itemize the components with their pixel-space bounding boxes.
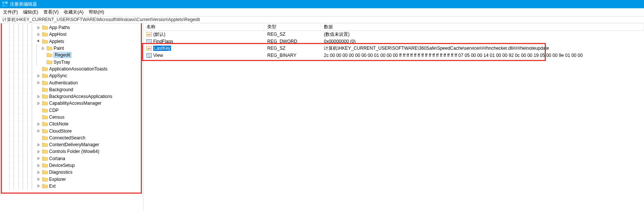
- tree-item-label: Authentication: [49, 80, 78, 86]
- menubar: 文件(F) 编辑(E) 查看(V) 收藏夹(A) 帮助(H): [0, 8, 644, 17]
- list-row[interactable]: 011110ViewREG_BINARY2c 00 00 00 00 00 00…: [143, 52, 644, 59]
- list-row[interactable]: 011110FindFlagsREG_DWORD0x00000000 (0): [143, 38, 644, 45]
- tree-item-clicknote[interactable]: ClickNote: [0, 121, 143, 127]
- expander-icon[interactable]: [36, 184, 41, 188]
- folder-icon: [42, 135, 48, 141]
- expander-icon: [36, 136, 41, 140]
- col-header-name[interactable]: 名称: [143, 24, 264, 30]
- tree-item-cloudstore[interactable]: CloudStore: [0, 127, 143, 134]
- value-type: REG_DWORD: [264, 39, 321, 44]
- titlebar[interactable]: 注册表编辑器: [0, 0, 644, 8]
- expander-icon[interactable]: [36, 156, 41, 161]
- menu-edit[interactable]: 编辑(E): [23, 9, 38, 15]
- expander-icon[interactable]: [36, 163, 41, 168]
- folder-icon: [42, 25, 48, 30]
- tree-item-label: ConnectedSearch: [49, 135, 85, 141]
- tree-item-background[interactable]: Background: [0, 86, 143, 93]
- value-data: 2c 00 00 00 00 00 00 00 01 00 00 00 ff f…: [321, 53, 644, 58]
- col-header-type[interactable]: 类型: [264, 24, 321, 30]
- tree-item-applicationassociationtoasts[interactable]: ApplicationAssociationToasts: [0, 66, 143, 72]
- svg-text:110: 110: [147, 41, 151, 44]
- expander-icon[interactable]: [36, 177, 41, 182]
- tree-item-backgroundaccessapplications[interactable]: BackgroundAccessApplications: [0, 93, 143, 100]
- svg-text:ab: ab: [148, 33, 151, 36]
- tree-item-label: Regedit: [54, 52, 71, 58]
- folder-icon: [42, 87, 48, 92]
- expander-icon[interactable]: [36, 32, 41, 37]
- tree-item-controls-folder-wow64-[interactable]: Controls Folder (Wow64): [0, 148, 143, 155]
- list-header: 名称 类型 数据: [143, 23, 644, 31]
- expander-icon: [36, 67, 41, 71]
- tree-item-label: Cortana: [49, 156, 65, 161]
- svg-rect-2: [2, 5, 5, 7]
- binary-value-icon: 011110: [146, 39, 152, 44]
- svg-text:110: 110: [147, 55, 151, 58]
- folder-icon: [42, 108, 48, 113]
- tree-item-cortana[interactable]: Cortana: [0, 155, 143, 162]
- folder-icon: [42, 39, 48, 44]
- folder-icon: [42, 128, 48, 134]
- menu-file[interactable]: 文件(F): [3, 9, 18, 15]
- tree-item-contentdeliverymanager[interactable]: ContentDeliveryManager: [0, 141, 143, 148]
- tree-item-label: Census: [49, 115, 65, 120]
- list-row[interactable]: abLastKeyREG_SZ计算机\HKEY_CURRENT_USER\SOF…: [143, 45, 644, 52]
- tree-item-app-paths[interactable]: App Paths: [0, 24, 143, 31]
- tree-item-devicesetup[interactable]: DeviceSetup: [0, 162, 143, 169]
- list-pane[interactable]: 名称 类型 数据 ab(默认)REG_SZ(数值未设置)011110FindFl…: [143, 23, 644, 211]
- tree-pane[interactable]: App PathsAppHostAppletsPaintRegeditSysTr…: [0, 23, 143, 211]
- expander-icon[interactable]: [36, 122, 41, 126]
- expander-icon: [41, 60, 45, 64]
- expander-icon[interactable]: [36, 25, 41, 30]
- expander-icon[interactable]: [36, 73, 41, 78]
- expander-icon[interactable]: [41, 46, 45, 50]
- tree-item-regedit[interactable]: Regedit: [0, 52, 143, 58]
- folder-icon: [42, 66, 48, 72]
- tree-item-cdp[interactable]: CDP: [0, 107, 143, 114]
- svg-rect-3: [5, 5, 8, 7]
- expander-icon[interactable]: [36, 101, 41, 106]
- tree-item-ext[interactable]: Ext: [0, 183, 143, 190]
- folder-icon: [42, 80, 48, 86]
- tree-item-diagnostics[interactable]: Diagnostics: [0, 169, 143, 176]
- tree-item-label: Ext: [49, 183, 55, 189]
- window-title: 注册表编辑器: [10, 1, 37, 8]
- value-type: REG_SZ: [264, 46, 321, 51]
- expander-icon[interactable]: [36, 142, 41, 147]
- expander-icon[interactable]: [36, 94, 41, 99]
- string-value-icon: ab: [146, 32, 152, 37]
- col-header-data[interactable]: 数据: [321, 24, 644, 30]
- folder-icon: [46, 46, 52, 51]
- svg-text:ab: ab: [148, 47, 151, 50]
- tree-item-applets[interactable]: Applets: [0, 38, 143, 45]
- folder-icon: [42, 149, 48, 154]
- expander-icon[interactable]: [36, 81, 41, 85]
- expander-icon[interactable]: [36, 129, 41, 133]
- tree-item-authentication[interactable]: Authentication: [0, 79, 143, 86]
- tree-item-label: Paint: [54, 46, 64, 51]
- menu-view[interactable]: 查看(V): [43, 9, 59, 15]
- tree-item-label: ClickNote: [49, 121, 68, 127]
- expander-icon[interactable]: [36, 39, 41, 44]
- expander-icon[interactable]: [36, 170, 41, 174]
- tree-item-census[interactable]: Census: [0, 114, 143, 121]
- addressbar[interactable]: 计算机\HKEY_CURRENT_USER\SOFTWARE\Microsoft…: [0, 17, 644, 23]
- folder-icon: [42, 73, 48, 78]
- tree-item-label: Diagnostics: [49, 170, 72, 175]
- value-name: View: [153, 53, 163, 58]
- expander-icon[interactable]: [36, 149, 41, 154]
- list-row[interactable]: ab(默认)REG_SZ(数值未设置): [143, 31, 644, 38]
- tree-item-connectedsearch[interactable]: ConnectedSearch: [0, 135, 143, 141]
- tree-item-systray[interactable]: SysTray: [0, 58, 143, 65]
- string-value-icon: ab: [146, 46, 152, 51]
- tree-item-paint[interactable]: Paint: [0, 45, 143, 52]
- tree-item-label: AppSync: [49, 73, 67, 78]
- tree-item-label: SysTray: [54, 60, 70, 65]
- folder-icon: [42, 94, 48, 99]
- tree-item-apphost[interactable]: AppHost: [0, 31, 143, 38]
- folder-icon: [42, 170, 48, 175]
- tree-item-capabilityaccessmanager[interactable]: CapabilityAccessManager: [0, 100, 143, 107]
- menu-help[interactable]: 帮助(H): [89, 9, 104, 15]
- menu-favorites[interactable]: 收藏夹(A): [64, 9, 83, 15]
- tree-item-appsync[interactable]: AppSync: [0, 72, 143, 79]
- tree-item-explorer[interactable]: Explorer: [0, 176, 143, 183]
